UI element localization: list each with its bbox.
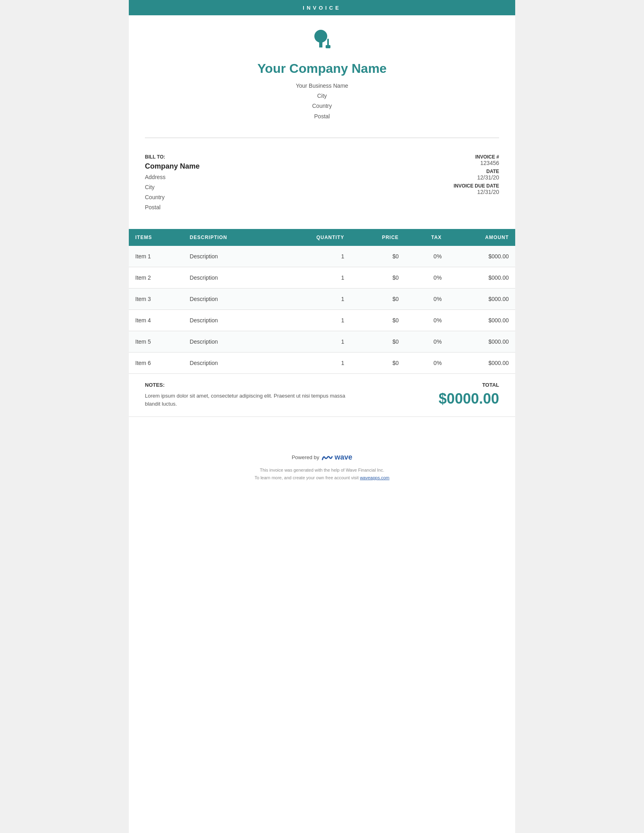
notes-text: Lorem ipsum dolor sit amet, consectetur … [145,392,346,409]
bill-company-name: Company Name [145,162,411,171]
footer-link[interactable]: waveapps.com [360,475,389,480]
col-header-items: ITEMS [129,229,183,246]
table-row: Item 1 Description 1 $0 0% $000.00 [129,246,515,267]
cell-tax: 0% [405,309,448,331]
cell-tax: 0% [405,246,448,267]
cell-description: Description [183,352,276,373]
cell-tax: 0% [405,352,448,373]
cell-quantity: 1 [276,352,351,373]
cell-quantity: 1 [276,246,351,267]
cell-amount: $000.00 [448,288,515,309]
svg-point-0 [314,30,327,43]
cell-price: $0 [351,331,405,352]
cell-amount: $000.00 [448,331,515,352]
company-logo [137,27,507,57]
items-table: ITEMS DESCRIPTION QUANTITY PRICE TAX AMO… [129,229,515,374]
table-row: Item 6 Description 1 $0 0% $000.00 [129,352,515,373]
powered-by-text: Powered by [292,454,320,460]
logo-icon [308,27,336,56]
bill-address: Address [145,172,411,182]
wave-icon [322,454,333,461]
table-header: ITEMS DESCRIPTION QUANTITY PRICE TAX AMO… [129,229,515,246]
col-header-price: PRICE [351,229,405,246]
bill-to-label: BILL TO: [145,154,411,160]
section-divider [145,138,499,138]
col-header-tax: TAX [405,229,448,246]
cell-price: $0 [351,288,405,309]
table-row: Item 5 Description 1 $0 0% $000.00 [129,331,515,352]
svg-rect-3 [326,45,330,48]
col-header-quantity: QUANTITY [276,229,351,246]
company-city: City [137,91,507,101]
cell-description: Description [183,331,276,352]
cell-quantity: 1 [276,309,351,331]
invoice-date: 12/31/20 [411,174,499,181]
powered-by-row: Powered by wave [137,453,507,462]
cell-tax: 0% [405,267,448,288]
cell-description: Description [183,246,276,267]
cell-quantity: 1 [276,288,351,309]
cell-amount: $000.00 [448,352,515,373]
table-row: Item 2 Description 1 $0 0% $000.00 [129,267,515,288]
invoice-number-label: INVOICE # [411,154,499,160]
table-body: Item 1 Description 1 $0 0% $000.00 Item … [129,246,515,374]
bill-postal: Postal [145,202,411,212]
cell-description: Description [183,267,276,288]
invoice-title: INVOICE [303,5,341,11]
cell-quantity: 1 [276,331,351,352]
invoice-footer: Powered by wave This invoice was generat… [129,441,515,489]
notes-total-section: NOTES: Lorem ipsum dolor sit amet, conse… [129,374,515,417]
cell-item: Item 4 [129,309,183,331]
footer-note-line1: This invoice was generated with the help… [260,468,384,472]
footer-note: This invoice was generated with the help… [137,466,507,481]
cell-description: Description [183,309,276,331]
company-country: Country [137,101,507,111]
cell-description: Description [183,288,276,309]
invoice-meta-block: INVOICE # 123456 DATE 12/31/20 INVOICE D… [411,154,499,213]
cell-item: Item 5 [129,331,183,352]
cell-amount: $000.00 [448,309,515,331]
svg-rect-1 [319,42,322,47]
company-business-name: Your Business Name [137,81,507,91]
total-col: TOTAL $0000.00 [419,382,499,407]
cell-amount: $000.00 [448,267,515,288]
due-date-label: INVOICE DUE DATE [411,183,499,189]
invoice-header-bar: INVOICE [129,0,515,15]
invoice-due-date: 12/31/20 [411,189,499,195]
cell-tax: 0% [405,331,448,352]
cell-price: $0 [351,246,405,267]
cell-item: Item 2 [129,267,183,288]
company-details: Your Business Name City Country Postal [137,81,507,122]
billing-section: BILL TO: Company Name Address City Count… [129,146,515,221]
cell-price: $0 [351,309,405,331]
cell-item: Item 3 [129,288,183,309]
notes-col: NOTES: Lorem ipsum dolor sit amet, conse… [145,382,419,409]
bill-country: Country [145,192,411,202]
cell-quantity: 1 [276,267,351,288]
bill-city: City [145,182,411,192]
bill-to-block: BILL TO: Company Name Address City Count… [145,154,411,213]
notes-label: NOTES: [145,382,419,388]
date-label: DATE [411,169,499,174]
cell-item: Item 6 [129,352,183,373]
wave-logo: wave [322,453,352,462]
table-row: Item 3 Description 1 $0 0% $000.00 [129,288,515,309]
wave-brand-name: wave [334,453,352,462]
total-amount: $0000.00 [419,390,499,407]
cell-price: $0 [351,267,405,288]
col-header-description: DESCRIPTION [183,229,276,246]
total-label: TOTAL [419,382,499,388]
company-name: Your Company Name [137,61,507,76]
company-section: Your Company Name Your Business Name Cit… [129,15,515,130]
company-postal: Postal [137,111,507,122]
col-header-amount: AMOUNT [448,229,515,246]
cell-tax: 0% [405,288,448,309]
invoice-page: INVOICE Your Company Name Your Business … [129,0,515,833]
cell-price: $0 [351,352,405,373]
invoice-number: 123456 [411,160,499,166]
footer-note-line2: To learn more, and create your own free … [254,475,359,480]
cell-item: Item 1 [129,246,183,267]
cell-amount: $000.00 [448,246,515,267]
table-row: Item 4 Description 1 $0 0% $000.00 [129,309,515,331]
